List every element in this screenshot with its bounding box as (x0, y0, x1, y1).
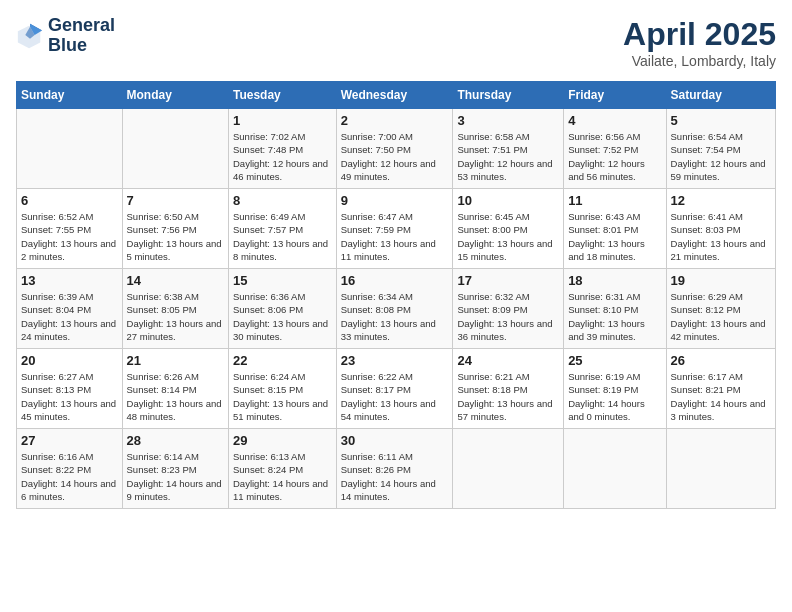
day-number: 15 (233, 273, 332, 288)
calendar-cell: 3Sunrise: 6:58 AMSunset: 7:51 PMDaylight… (453, 109, 564, 189)
calendar-cell: 13Sunrise: 6:39 AMSunset: 8:04 PMDayligh… (17, 269, 123, 349)
calendar-cell: 25Sunrise: 6:19 AMSunset: 8:19 PMDayligh… (564, 349, 666, 429)
day-info: Sunrise: 6:19 AMSunset: 8:19 PMDaylight:… (568, 370, 661, 423)
page-header: General Blue April 2025 Vailate, Lombard… (16, 16, 776, 69)
day-number: 6 (21, 193, 118, 208)
calendar-cell (122, 109, 228, 189)
day-info: Sunrise: 6:29 AMSunset: 8:12 PMDaylight:… (671, 290, 771, 343)
calendar-cell: 30Sunrise: 6:11 AMSunset: 8:26 PMDayligh… (336, 429, 453, 509)
day-number: 5 (671, 113, 771, 128)
calendar-cell: 20Sunrise: 6:27 AMSunset: 8:13 PMDayligh… (17, 349, 123, 429)
day-info: Sunrise: 6:27 AMSunset: 8:13 PMDaylight:… (21, 370, 118, 423)
day-number: 4 (568, 113, 661, 128)
calendar-week-1: 1Sunrise: 7:02 AMSunset: 7:48 PMDaylight… (17, 109, 776, 189)
calendar-table: SundayMondayTuesdayWednesdayThursdayFrid… (16, 81, 776, 509)
calendar-cell: 8Sunrise: 6:49 AMSunset: 7:57 PMDaylight… (229, 189, 337, 269)
calendar-cell (17, 109, 123, 189)
day-info: Sunrise: 7:02 AMSunset: 7:48 PMDaylight:… (233, 130, 332, 183)
day-number: 22 (233, 353, 332, 368)
day-info: Sunrise: 6:50 AMSunset: 7:56 PMDaylight:… (127, 210, 224, 263)
day-number: 13 (21, 273, 118, 288)
day-info: Sunrise: 6:47 AMSunset: 7:59 PMDaylight:… (341, 210, 449, 263)
calendar-cell: 15Sunrise: 6:36 AMSunset: 8:06 PMDayligh… (229, 269, 337, 349)
day-number: 7 (127, 193, 224, 208)
column-header-wednesday: Wednesday (336, 82, 453, 109)
day-info: Sunrise: 6:34 AMSunset: 8:08 PMDaylight:… (341, 290, 449, 343)
day-number: 12 (671, 193, 771, 208)
day-info: Sunrise: 6:49 AMSunset: 7:57 PMDaylight:… (233, 210, 332, 263)
column-header-saturday: Saturday (666, 82, 775, 109)
calendar-cell: 12Sunrise: 6:41 AMSunset: 8:03 PMDayligh… (666, 189, 775, 269)
day-number: 29 (233, 433, 332, 448)
day-info: Sunrise: 7:00 AMSunset: 7:50 PMDaylight:… (341, 130, 449, 183)
day-number: 2 (341, 113, 449, 128)
day-number: 3 (457, 113, 559, 128)
calendar-cell: 21Sunrise: 6:26 AMSunset: 8:14 PMDayligh… (122, 349, 228, 429)
calendar-cell: 28Sunrise: 6:14 AMSunset: 8:23 PMDayligh… (122, 429, 228, 509)
column-header-thursday: Thursday (453, 82, 564, 109)
logo-icon (16, 22, 44, 50)
day-number: 26 (671, 353, 771, 368)
calendar-cell: 29Sunrise: 6:13 AMSunset: 8:24 PMDayligh… (229, 429, 337, 509)
calendar-cell: 24Sunrise: 6:21 AMSunset: 8:18 PMDayligh… (453, 349, 564, 429)
main-title: April 2025 (623, 16, 776, 53)
calendar-week-5: 27Sunrise: 6:16 AMSunset: 8:22 PMDayligh… (17, 429, 776, 509)
day-number: 8 (233, 193, 332, 208)
day-info: Sunrise: 6:26 AMSunset: 8:14 PMDaylight:… (127, 370, 224, 423)
calendar-cell: 16Sunrise: 6:34 AMSunset: 8:08 PMDayligh… (336, 269, 453, 349)
day-info: Sunrise: 6:17 AMSunset: 8:21 PMDaylight:… (671, 370, 771, 423)
day-number: 24 (457, 353, 559, 368)
calendar-cell: 17Sunrise: 6:32 AMSunset: 8:09 PMDayligh… (453, 269, 564, 349)
day-info: Sunrise: 6:58 AMSunset: 7:51 PMDaylight:… (457, 130, 559, 183)
day-info: Sunrise: 6:54 AMSunset: 7:54 PMDaylight:… (671, 130, 771, 183)
day-info: Sunrise: 6:36 AMSunset: 8:06 PMDaylight:… (233, 290, 332, 343)
calendar-cell: 9Sunrise: 6:47 AMSunset: 7:59 PMDaylight… (336, 189, 453, 269)
column-header-monday: Monday (122, 82, 228, 109)
title-block: April 2025 Vailate, Lombardy, Italy (623, 16, 776, 69)
day-number: 30 (341, 433, 449, 448)
logo: General Blue (16, 16, 115, 56)
day-info: Sunrise: 6:13 AMSunset: 8:24 PMDaylight:… (233, 450, 332, 503)
logo-text: General Blue (48, 16, 115, 56)
day-number: 18 (568, 273, 661, 288)
day-info: Sunrise: 6:39 AMSunset: 8:04 PMDaylight:… (21, 290, 118, 343)
calendar-cell: 26Sunrise: 6:17 AMSunset: 8:21 PMDayligh… (666, 349, 775, 429)
day-number: 1 (233, 113, 332, 128)
day-number: 17 (457, 273, 559, 288)
day-info: Sunrise: 6:32 AMSunset: 8:09 PMDaylight:… (457, 290, 559, 343)
calendar-cell: 5Sunrise: 6:54 AMSunset: 7:54 PMDaylight… (666, 109, 775, 189)
calendar-cell: 18Sunrise: 6:31 AMSunset: 8:10 PMDayligh… (564, 269, 666, 349)
day-number: 28 (127, 433, 224, 448)
day-info: Sunrise: 6:52 AMSunset: 7:55 PMDaylight:… (21, 210, 118, 263)
day-number: 10 (457, 193, 559, 208)
calendar-cell: 19Sunrise: 6:29 AMSunset: 8:12 PMDayligh… (666, 269, 775, 349)
day-number: 9 (341, 193, 449, 208)
calendar-cell: 7Sunrise: 6:50 AMSunset: 7:56 PMDaylight… (122, 189, 228, 269)
calendar-body: 1Sunrise: 7:02 AMSunset: 7:48 PMDaylight… (17, 109, 776, 509)
calendar-cell (453, 429, 564, 509)
calendar-cell: 14Sunrise: 6:38 AMSunset: 8:05 PMDayligh… (122, 269, 228, 349)
day-info: Sunrise: 6:45 AMSunset: 8:00 PMDaylight:… (457, 210, 559, 263)
day-info: Sunrise: 6:56 AMSunset: 7:52 PMDaylight:… (568, 130, 661, 183)
calendar-week-4: 20Sunrise: 6:27 AMSunset: 8:13 PMDayligh… (17, 349, 776, 429)
day-number: 19 (671, 273, 771, 288)
day-number: 23 (341, 353, 449, 368)
calendar-cell: 6Sunrise: 6:52 AMSunset: 7:55 PMDaylight… (17, 189, 123, 269)
calendar-week-3: 13Sunrise: 6:39 AMSunset: 8:04 PMDayligh… (17, 269, 776, 349)
subtitle: Vailate, Lombardy, Italy (623, 53, 776, 69)
calendar-cell: 1Sunrise: 7:02 AMSunset: 7:48 PMDaylight… (229, 109, 337, 189)
calendar-cell: 11Sunrise: 6:43 AMSunset: 8:01 PMDayligh… (564, 189, 666, 269)
calendar-cell: 23Sunrise: 6:22 AMSunset: 8:17 PMDayligh… (336, 349, 453, 429)
calendar-header-row: SundayMondayTuesdayWednesdayThursdayFrid… (17, 82, 776, 109)
day-number: 11 (568, 193, 661, 208)
day-number: 25 (568, 353, 661, 368)
day-info: Sunrise: 6:41 AMSunset: 8:03 PMDaylight:… (671, 210, 771, 263)
calendar-cell: 27Sunrise: 6:16 AMSunset: 8:22 PMDayligh… (17, 429, 123, 509)
day-info: Sunrise: 6:38 AMSunset: 8:05 PMDaylight:… (127, 290, 224, 343)
day-info: Sunrise: 6:11 AMSunset: 8:26 PMDaylight:… (341, 450, 449, 503)
day-number: 27 (21, 433, 118, 448)
day-info: Sunrise: 6:14 AMSunset: 8:23 PMDaylight:… (127, 450, 224, 503)
day-number: 20 (21, 353, 118, 368)
calendar-cell: 2Sunrise: 7:00 AMSunset: 7:50 PMDaylight… (336, 109, 453, 189)
column-header-friday: Friday (564, 82, 666, 109)
